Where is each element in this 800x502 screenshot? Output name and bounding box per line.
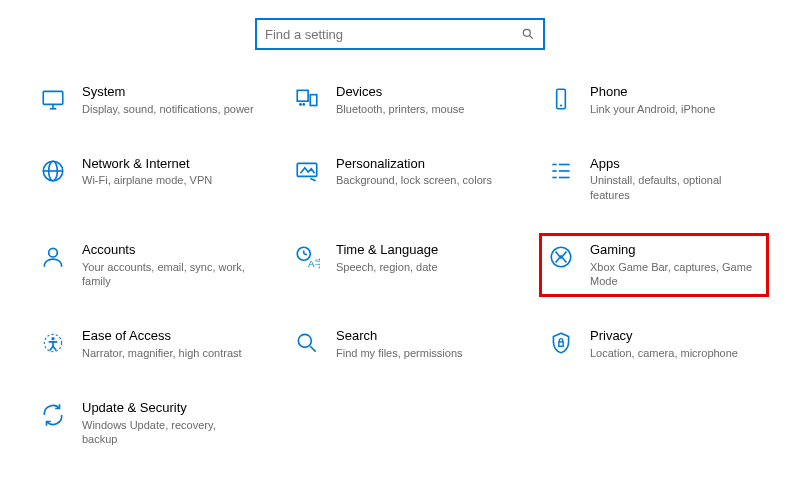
category-title: Time & Language bbox=[336, 242, 508, 258]
category-title: Devices bbox=[336, 84, 508, 100]
category-text: Ease of AccessNarrator, magnifier, high … bbox=[82, 328, 254, 360]
category-description: Bluetooth, printers, mouse bbox=[336, 102, 508, 116]
category-description: Your accounts, email, sync, work, family bbox=[82, 260, 254, 289]
category-text: GamingXbox Game Bar, captures, Game Mode bbox=[590, 242, 762, 288]
category-title: Ease of Access bbox=[82, 328, 254, 344]
category-text: DevicesBluetooth, printers, mouse bbox=[336, 84, 508, 116]
category-title: Privacy bbox=[590, 328, 762, 344]
ease-icon bbox=[38, 328, 68, 358]
privacy-icon bbox=[546, 328, 576, 358]
category-title: System bbox=[82, 84, 254, 100]
category-personalization[interactable]: PersonalizationBackground, lock screen, … bbox=[288, 150, 512, 208]
category-text: PhoneLink your Android, iPhone bbox=[590, 84, 762, 116]
category-phone[interactable]: PhoneLink your Android, iPhone bbox=[542, 78, 766, 122]
gaming-icon bbox=[546, 242, 576, 272]
category-gaming[interactable]: GamingXbox Game Bar, captures, Game Mode bbox=[539, 233, 769, 297]
category-devices[interactable]: DevicesBluetooth, printers, mouse bbox=[288, 78, 512, 122]
category-title: Search bbox=[336, 328, 508, 344]
category-network-internet[interactable]: Network & InternetWi-Fi, airplane mode, … bbox=[34, 150, 258, 208]
category-description: Narrator, magnifier, high contrast bbox=[82, 346, 254, 360]
category-title: Phone bbox=[590, 84, 762, 100]
category-description: Location, camera, microphone bbox=[590, 346, 762, 360]
phone-icon bbox=[546, 84, 576, 114]
search-icon bbox=[521, 27, 535, 41]
category-text: SystemDisplay, sound, notifications, pow… bbox=[82, 84, 254, 116]
update-icon bbox=[38, 400, 68, 430]
category-text: Network & InternetWi-Fi, airplane mode, … bbox=[82, 156, 254, 188]
category-ease-of-access[interactable]: Ease of AccessNarrator, magnifier, high … bbox=[34, 322, 258, 366]
search-icon bbox=[292, 328, 322, 358]
category-title: Update & Security bbox=[82, 400, 254, 416]
system-icon bbox=[38, 84, 68, 114]
category-title: Apps bbox=[590, 156, 762, 172]
category-description: Find my files, permissions bbox=[336, 346, 508, 360]
time-icon bbox=[292, 242, 322, 272]
category-text: AccountsYour accounts, email, sync, work… bbox=[82, 242, 254, 288]
category-description: Xbox Game Bar, captures, Game Mode bbox=[590, 260, 762, 289]
category-title: Accounts bbox=[82, 242, 254, 258]
category-search[interactable]: SearchFind my files, permissions bbox=[288, 322, 512, 366]
category-description: Windows Update, recovery, backup bbox=[82, 418, 254, 447]
category-text: Update & SecurityWindows Update, recover… bbox=[82, 400, 254, 446]
category-update-security[interactable]: Update & SecurityWindows Update, recover… bbox=[34, 394, 258, 452]
category-description: Link your Android, iPhone bbox=[590, 102, 762, 116]
search-input[interactable] bbox=[265, 27, 521, 42]
category-description: Uninstall, defaults, optional features bbox=[590, 173, 762, 202]
svg-point-0 bbox=[523, 29, 530, 36]
category-privacy[interactable]: PrivacyLocation, camera, microphone bbox=[542, 322, 766, 366]
search-box[interactable] bbox=[255, 18, 545, 50]
search-container bbox=[0, 0, 800, 78]
categories-grid: SystemDisplay, sound, notifications, pow… bbox=[0, 78, 800, 452]
category-text: PersonalizationBackground, lock screen, … bbox=[336, 156, 508, 188]
category-title: Gaming bbox=[590, 242, 762, 258]
personalization-icon bbox=[292, 156, 322, 186]
category-description: Display, sound, notifications, power bbox=[82, 102, 254, 116]
category-text: PrivacyLocation, camera, microphone bbox=[590, 328, 762, 360]
category-title: Network & Internet bbox=[82, 156, 254, 172]
svg-line-1 bbox=[530, 36, 533, 39]
category-text: AppsUninstall, defaults, optional featur… bbox=[590, 156, 762, 202]
category-apps[interactable]: AppsUninstall, defaults, optional featur… bbox=[542, 150, 766, 208]
category-text: SearchFind my files, permissions bbox=[336, 328, 508, 360]
accounts-icon bbox=[38, 242, 68, 272]
category-description: Wi-Fi, airplane mode, VPN bbox=[82, 173, 254, 187]
category-system[interactable]: SystemDisplay, sound, notifications, pow… bbox=[34, 78, 258, 122]
category-accounts[interactable]: AccountsYour accounts, email, sync, work… bbox=[34, 236, 258, 294]
category-title: Personalization bbox=[336, 156, 508, 172]
category-description: Background, lock screen, colors bbox=[336, 173, 508, 187]
apps-icon bbox=[546, 156, 576, 186]
devices-icon bbox=[292, 84, 322, 114]
category-text: Time & LanguageSpeech, region, date bbox=[336, 242, 508, 274]
network-icon bbox=[38, 156, 68, 186]
category-time-language[interactable]: Time & LanguageSpeech, region, date bbox=[288, 236, 512, 294]
category-description: Speech, region, date bbox=[336, 260, 508, 274]
